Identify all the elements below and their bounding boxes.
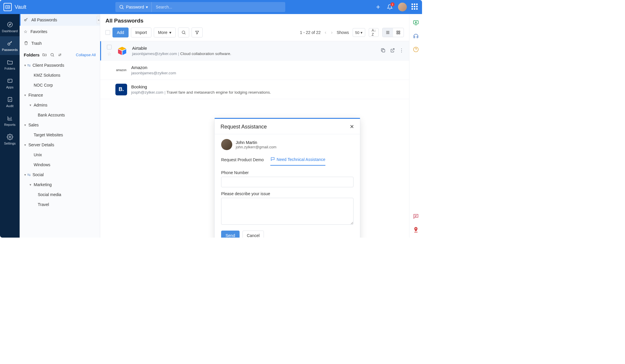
- open-icon[interactable]: [390, 48, 395, 54]
- nav-dashboard[interactable]: Dashboard: [0, 18, 20, 36]
- svg-point-23: [415, 22, 416, 23]
- audit-icon: [6, 96, 13, 103]
- modal-user-name: John Martin: [236, 140, 276, 145]
- nav-passwords[interactable]: Passwords: [0, 36, 20, 55]
- feedback-icon[interactable]: [412, 212, 420, 220]
- search-input[interactable]: [152, 5, 286, 9]
- folders-header: Folders Collapse All: [20, 49, 100, 60]
- sidebar-favorites[interactable]: ☆ Favorites: [20, 26, 100, 37]
- folder-sales[interactable]: ▾Sales: [20, 120, 100, 130]
- folder-bank[interactable]: Bank Accounts: [20, 110, 100, 120]
- sort-folders-icon[interactable]: [57, 52, 62, 57]
- add-button[interactable]: [375, 4, 382, 11]
- folder-social[interactable]: ▾⇆Social: [20, 170, 100, 180]
- search-type-dropdown[interactable]: Password ▾: [115, 2, 151, 12]
- app-icon-amazon: amazon: [115, 64, 127, 76]
- svg-rect-16: [397, 33, 398, 34]
- notifications-button[interactable]: 1: [386, 4, 393, 11]
- filter-icon: [195, 30, 199, 35]
- user-avatar[interactable]: [398, 3, 407, 11]
- import-button[interactable]: Import: [131, 28, 151, 37]
- search-folders-icon[interactable]: [49, 52, 55, 57]
- svg-rect-15: [399, 31, 400, 32]
- new-folder-icon[interactable]: [42, 52, 47, 57]
- select-all-checkbox[interactable]: [105, 30, 110, 35]
- list-row[interactable]: ☆ amazon Amazon jasonbjames@zylker.com: [100, 61, 409, 80]
- folder-tree: ▾⇆Client Passwords KMZ Solutions NOC Cor…: [20, 60, 100, 213]
- svg-marker-20: [122, 49, 126, 55]
- help-icon[interactable]: [412, 46, 420, 53]
- folder-server[interactable]: ▾Server Details: [20, 140, 100, 150]
- folder-finance[interactable]: ▾Finance: [20, 90, 100, 100]
- share-icon: ⇆: [27, 63, 31, 68]
- svg-point-1: [7, 7, 7, 7]
- chevron-down-icon: ▾: [23, 93, 27, 97]
- folder-windows[interactable]: Windows: [20, 160, 100, 170]
- sidebar-all-passwords[interactable]: All Passwords: [20, 14, 100, 26]
- sidebar-item-label: Favorites: [30, 29, 47, 34]
- star-icon[interactable]: ☆: [107, 51, 111, 57]
- sort-button[interactable]: A↓Z: [369, 28, 379, 37]
- more-button[interactable]: More▾: [154, 28, 176, 37]
- send-button[interactable]: Send: [221, 231, 240, 238]
- folder-client-passwords[interactable]: ▾⇆Client Passwords: [20, 60, 100, 70]
- sidebar-collapse-handle[interactable]: ◂: [97, 16, 100, 24]
- nav-apps[interactable]: Apps: [0, 74, 20, 92]
- svg-marker-19: [118, 49, 122, 55]
- close-icon[interactable]: ✕: [350, 123, 354, 130]
- folder-target[interactable]: Target Websites: [20, 130, 100, 140]
- app-switcher-icon[interactable]: [411, 4, 419, 11]
- chevron-down-icon: ▾: [169, 30, 171, 35]
- list-view-button[interactable]: [382, 28, 393, 37]
- svg-rect-17: [399, 33, 400, 34]
- nav-settings[interactable]: Settings: [0, 130, 20, 149]
- tab-technical-assistance[interactable]: Need Technical Assistance: [270, 154, 325, 166]
- topbar: Vault Password ▾ 1: [0, 0, 422, 14]
- more-icon[interactable]: ⋮: [399, 48, 404, 54]
- filter-button[interactable]: [192, 28, 203, 37]
- pager-range: 1 - 22 of 22: [300, 30, 321, 35]
- list-row[interactable]: ☆ Airtable jasonbjames@zylker.com | Clou…: [100, 41, 409, 61]
- svg-point-13: [182, 31, 185, 34]
- svg-rect-9: [8, 97, 12, 102]
- gear-icon: [6, 133, 13, 140]
- tab-request-demo[interactable]: Request Product Demo: [221, 154, 264, 166]
- pager-prev[interactable]: ‹: [324, 30, 327, 35]
- nav-folders[interactable]: Folders: [0, 55, 20, 74]
- cancel-button[interactable]: Cancel: [243, 231, 264, 238]
- nav-label: Apps: [6, 85, 13, 89]
- list-row[interactable]: ☆ B. Booking josph@zylker.com | Travel f…: [100, 80, 409, 99]
- grid-view-button[interactable]: [393, 28, 404, 37]
- nav-audit[interactable]: Audit: [0, 92, 20, 111]
- sidebar: ◂ All Passwords ☆ Favorites Trash Folder…: [20, 14, 100, 238]
- page-size-dropdown[interactable]: 50▾: [353, 28, 365, 37]
- search-list-button[interactable]: [178, 28, 189, 37]
- folder-unix[interactable]: Unix: [20, 150, 100, 160]
- screen-share-icon[interactable]: [412, 19, 420, 26]
- folder-travel[interactable]: Travel: [20, 200, 100, 210]
- issue-textarea[interactable]: [221, 198, 354, 225]
- folder-kmz[interactable]: KMZ Solutions: [20, 70, 100, 80]
- nav-reports[interactable]: Reports: [0, 111, 20, 130]
- folder-noc[interactable]: NOC Corp: [20, 80, 100, 90]
- phone-input[interactable]: [221, 177, 354, 187]
- add-button[interactable]: Add: [112, 28, 129, 37]
- notification-badge: 1: [390, 2, 395, 6]
- sidebar-trash[interactable]: Trash: [20, 37, 100, 49]
- row-checkbox[interactable]: [107, 45, 112, 49]
- headset-icon[interactable]: [412, 32, 420, 40]
- svg-rect-14: [397, 31, 398, 32]
- collapse-all-link[interactable]: Collapse All: [76, 53, 96, 57]
- folder-social-media[interactable]: Social media: [20, 190, 100, 200]
- folder-admins[interactable]: ▾Admins: [20, 100, 100, 110]
- sidebar-item-label: Trash: [31, 41, 42, 46]
- location-icon[interactable]: [412, 226, 420, 233]
- request-assistance-modal: Request Assistance ✕ John Martin john.zy…: [214, 118, 360, 238]
- folder-marketing[interactable]: ▾Marketing: [20, 180, 100, 190]
- right-rail: [409, 14, 422, 238]
- svg-point-3: [8, 7, 9, 7]
- copy-icon[interactable]: [380, 48, 386, 54]
- pager-next[interactable]: ›: [330, 30, 333, 35]
- nav-label: Dashboard: [2, 29, 18, 33]
- app-name: Vault: [15, 4, 26, 10]
